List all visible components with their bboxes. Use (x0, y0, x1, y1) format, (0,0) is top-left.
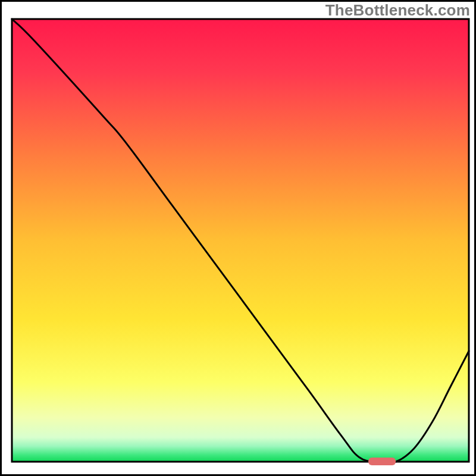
chart-svg (0, 0, 476, 476)
bottleneck-chart: TheBottleneck.com (0, 0, 476, 476)
watermark-text: TheBottleneck.com (325, 1, 470, 20)
plot-background (12, 19, 469, 462)
optimum-marker (368, 458, 396, 465)
